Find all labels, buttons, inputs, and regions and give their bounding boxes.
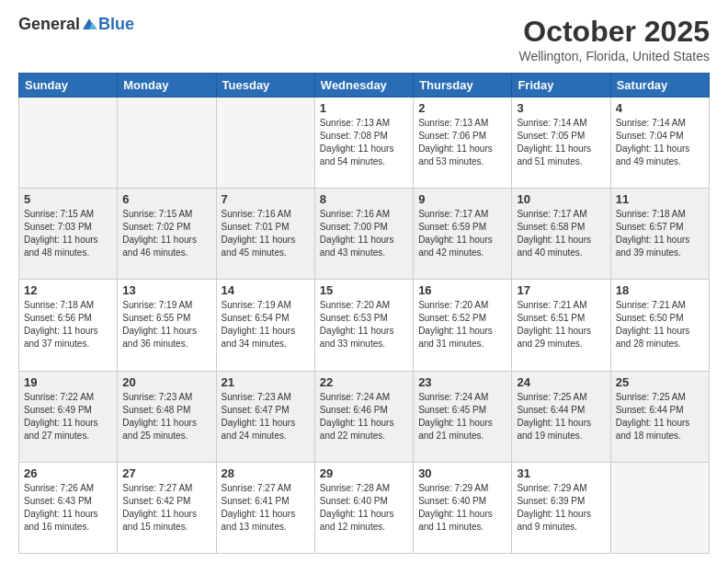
day-info: Sunrise: 7:24 AM Sunset: 6:45 PM Dayligh… (418, 391, 506, 442)
calendar-day-cell: 8Sunrise: 7:16 AM Sunset: 7:00 PM Daylig… (314, 189, 413, 280)
col-saturday: Saturday (610, 74, 709, 98)
day-info: Sunrise: 7:16 AM Sunset: 7:01 PM Dayligh… (222, 208, 310, 259)
calendar-week-row: 26Sunrise: 7:26 AM Sunset: 6:43 PM Dayli… (19, 462, 710, 553)
day-info: Sunrise: 7:16 AM Sunset: 7:00 PM Dayligh… (320, 208, 408, 259)
calendar-day-cell: 9Sunrise: 7:17 AM Sunset: 6:59 PM Daylig… (414, 189, 512, 280)
calendar-day-cell: 14Sunrise: 7:19 AM Sunset: 6:54 PM Dayli… (216, 280, 314, 371)
day-info: Sunrise: 7:28 AM Sunset: 6:40 PM Dayligh… (320, 482, 408, 534)
col-monday: Monday (118, 74, 216, 98)
calendar-day-cell (19, 98, 118, 189)
day-number: 30 (418, 466, 506, 480)
logo-text: General Blue (18, 15, 134, 34)
day-info: Sunrise: 7:18 AM Sunset: 6:57 PM Dayligh… (616, 208, 704, 259)
day-info: Sunrise: 7:13 AM Sunset: 7:06 PM Dayligh… (418, 117, 506, 168)
day-number: 24 (517, 375, 605, 389)
day-info: Sunrise: 7:17 AM Sunset: 6:59 PM Dayligh… (418, 208, 506, 259)
calendar-day-cell: 27Sunrise: 7:27 AM Sunset: 6:42 PM Dayli… (118, 462, 216, 553)
day-info: Sunrise: 7:24 AM Sunset: 6:46 PM Dayligh… (320, 391, 408, 442)
day-info: Sunrise: 7:20 AM Sunset: 6:52 PM Dayligh… (418, 299, 506, 350)
col-tuesday: Tuesday (216, 74, 314, 98)
calendar-day-cell: 25Sunrise: 7:25 AM Sunset: 6:44 PM Dayli… (610, 371, 709, 462)
calendar-day-cell (118, 98, 216, 189)
day-number: 8 (320, 192, 408, 206)
calendar-day-cell: 28Sunrise: 7:27 AM Sunset: 6:41 PM Dayli… (216, 462, 314, 553)
calendar-day-cell: 18Sunrise: 7:21 AM Sunset: 6:50 PM Dayli… (610, 280, 709, 371)
logo: General Blue (18, 15, 134, 34)
day-number: 31 (517, 466, 605, 480)
calendar-day-cell: 13Sunrise: 7:19 AM Sunset: 6:55 PM Dayli… (118, 280, 216, 371)
day-number: 7 (222, 192, 310, 206)
day-info: Sunrise: 7:27 AM Sunset: 6:42 PM Dayligh… (122, 482, 210, 534)
day-info: Sunrise: 7:15 AM Sunset: 7:03 PM Dayligh… (24, 208, 112, 259)
day-info: Sunrise: 7:18 AM Sunset: 6:56 PM Dayligh… (24, 299, 112, 350)
calendar-day-cell: 10Sunrise: 7:17 AM Sunset: 6:58 PM Dayli… (512, 189, 610, 280)
calendar-day-cell: 31Sunrise: 7:29 AM Sunset: 6:39 PM Dayli… (512, 462, 610, 553)
day-info: Sunrise: 7:14 AM Sunset: 7:05 PM Dayligh… (517, 117, 605, 168)
day-info: Sunrise: 7:21 AM Sunset: 6:51 PM Dayligh… (517, 299, 605, 350)
calendar-day-cell: 5Sunrise: 7:15 AM Sunset: 7:03 PM Daylig… (19, 189, 118, 280)
title-area: October 2025 Wellington, Florida, United… (518, 15, 710, 63)
day-number: 11 (616, 192, 704, 206)
day-info: Sunrise: 7:29 AM Sunset: 6:39 PM Dayligh… (517, 482, 605, 534)
calendar-day-cell: 4Sunrise: 7:14 AM Sunset: 7:04 PM Daylig… (610, 98, 709, 189)
calendar-day-cell: 22Sunrise: 7:24 AM Sunset: 6:46 PM Dayli… (314, 371, 413, 462)
day-number: 22 (320, 375, 408, 389)
logo-general-text: General (18, 15, 80, 34)
calendar-day-cell: 16Sunrise: 7:20 AM Sunset: 6:52 PM Dayli… (414, 280, 512, 371)
calendar-day-cell: 19Sunrise: 7:22 AM Sunset: 6:49 PM Dayli… (19, 371, 118, 462)
day-info: Sunrise: 7:23 AM Sunset: 6:48 PM Dayligh… (122, 391, 210, 442)
col-sunday: Sunday (19, 74, 118, 98)
day-number: 4 (616, 101, 704, 115)
day-info: Sunrise: 7:26 AM Sunset: 6:43 PM Dayligh… (24, 482, 112, 534)
day-info: Sunrise: 7:29 AM Sunset: 6:40 PM Dayligh… (418, 482, 506, 534)
calendar-day-cell: 24Sunrise: 7:25 AM Sunset: 6:44 PM Dayli… (512, 371, 610, 462)
day-number: 25 (616, 375, 704, 389)
day-number: 12 (24, 283, 112, 297)
day-info: Sunrise: 7:14 AM Sunset: 7:04 PM Dayligh… (616, 117, 704, 168)
day-number: 13 (122, 283, 210, 297)
calendar-day-cell: 20Sunrise: 7:23 AM Sunset: 6:48 PM Dayli… (118, 371, 216, 462)
day-number: 19 (24, 375, 112, 389)
col-thursday: Thursday (414, 74, 512, 98)
day-number: 20 (122, 375, 210, 389)
day-number: 28 (222, 466, 310, 480)
day-number: 5 (24, 192, 112, 206)
day-info: Sunrise: 7:25 AM Sunset: 6:44 PM Dayligh… (616, 391, 704, 442)
day-number: 3 (517, 101, 605, 115)
calendar-day-cell: 26Sunrise: 7:26 AM Sunset: 6:43 PM Dayli… (19, 462, 118, 553)
calendar-day-cell: 29Sunrise: 7:28 AM Sunset: 6:40 PM Dayli… (314, 462, 413, 553)
col-wednesday: Wednesday (314, 74, 413, 98)
day-info: Sunrise: 7:21 AM Sunset: 6:50 PM Dayligh… (616, 299, 704, 350)
day-number: 1 (320, 101, 408, 115)
calendar-day-cell: 30Sunrise: 7:29 AM Sunset: 6:40 PM Dayli… (414, 462, 512, 553)
day-number: 9 (418, 192, 506, 206)
day-number: 10 (517, 192, 605, 206)
day-number: 17 (517, 283, 605, 297)
month-title: October 2025 (518, 15, 710, 49)
day-info: Sunrise: 7:22 AM Sunset: 6:49 PM Dayligh… (24, 391, 112, 442)
day-number: 21 (222, 375, 310, 389)
day-number: 29 (320, 466, 408, 480)
day-info: Sunrise: 7:17 AM Sunset: 6:58 PM Dayligh… (517, 208, 605, 259)
day-info: Sunrise: 7:13 AM Sunset: 7:08 PM Dayligh… (320, 117, 408, 168)
day-info: Sunrise: 7:27 AM Sunset: 6:41 PM Dayligh… (222, 482, 310, 534)
weekday-header-row: Sunday Monday Tuesday Wednesday Thursday… (19, 74, 710, 98)
calendar-day-cell (216, 98, 314, 189)
day-number: 15 (320, 283, 408, 297)
day-number: 16 (418, 283, 506, 297)
calendar-day-cell: 21Sunrise: 7:23 AM Sunset: 6:47 PM Dayli… (216, 371, 314, 462)
day-info: Sunrise: 7:19 AM Sunset: 6:54 PM Dayligh… (222, 299, 310, 350)
day-info: Sunrise: 7:15 AM Sunset: 7:02 PM Dayligh… (122, 208, 210, 259)
day-number: 27 (122, 466, 210, 480)
day-number: 14 (222, 283, 310, 297)
day-number: 26 (24, 466, 112, 480)
calendar: Sunday Monday Tuesday Wednesday Thursday… (18, 73, 710, 554)
day-number: 18 (616, 283, 704, 297)
day-info: Sunrise: 7:23 AM Sunset: 6:47 PM Dayligh… (222, 391, 310, 442)
day-number: 6 (122, 192, 210, 206)
calendar-day-cell: 6Sunrise: 7:15 AM Sunset: 7:02 PM Daylig… (118, 189, 216, 280)
calendar-day-cell: 17Sunrise: 7:21 AM Sunset: 6:51 PM Dayli… (512, 280, 610, 371)
calendar-week-row: 1Sunrise: 7:13 AM Sunset: 7:08 PM Daylig… (19, 98, 710, 189)
page: General Blue October 2025 Wellington, Fl… (0, 0, 728, 563)
calendar-week-row: 5Sunrise: 7:15 AM Sunset: 7:03 PM Daylig… (19, 189, 710, 280)
